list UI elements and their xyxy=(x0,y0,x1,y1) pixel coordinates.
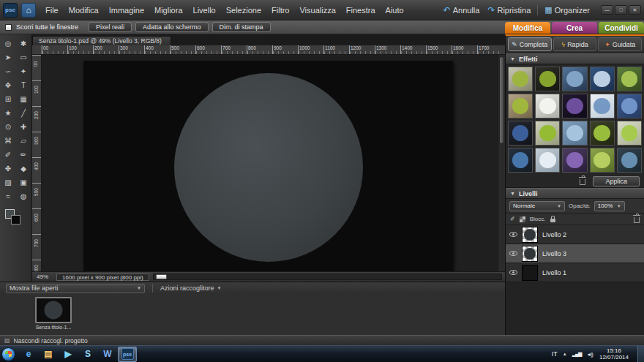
clone-stamp-tool[interactable]: ⌘ xyxy=(1,134,16,148)
lasso-tool[interactable]: ∽ xyxy=(1,64,16,78)
brush-tool[interactable]: ✐ xyxy=(1,148,16,162)
effect-thumbnail-3[interactable] xyxy=(562,67,587,91)
paint-bucket-tool[interactable]: ◆ xyxy=(16,162,31,176)
effect-thumbnail-13[interactable] xyxy=(562,121,587,146)
menu-item-livello[interactable]: Livello xyxy=(188,0,221,20)
cookie-cutter-tool[interactable]: ★ xyxy=(1,106,16,120)
undo-button[interactable]: ↶ Annulla xyxy=(441,5,483,15)
move-tool[interactable]: ➤ xyxy=(1,50,16,64)
gradient-tool[interactable]: ▨ xyxy=(1,176,16,189)
horizontal-scrollbar[interactable] xyxy=(153,274,502,280)
scroll-all-windows-checkbox[interactable] xyxy=(5,24,12,31)
vertical-scrollbar-thumb[interactable] xyxy=(499,56,504,144)
redo-button[interactable]: ↷ Ripristina xyxy=(484,5,533,15)
zoom-tool[interactable]: ◎ xyxy=(1,37,16,50)
red-eye-tool[interactable]: ⊙ xyxy=(1,120,16,134)
effect-thumbnail-1[interactable] xyxy=(508,67,533,91)
tab-modifica[interactable]: Modifica xyxy=(505,22,550,34)
pixel-reali-button[interactable]: Pixel reali xyxy=(89,22,132,32)
vertical-scrollbar[interactable] xyxy=(498,55,505,271)
layer-row-livello-3[interactable]: Livello 3 xyxy=(506,244,644,263)
visibility-toggle-icon[interactable] xyxy=(509,270,517,275)
layers-panel-header[interactable]: ▼ Livelli xyxy=(506,188,644,199)
taskbar-internet-explorer[interactable]: e xyxy=(19,347,38,362)
healing-brush-tool[interactable]: ✚ xyxy=(16,120,31,134)
layer-thumbnail[interactable] xyxy=(522,265,538,281)
layer-row-livello-1[interactable]: Livello 1 xyxy=(506,263,644,282)
restore-button[interactable]: □ xyxy=(615,5,627,15)
adatta-allo-schermo-button[interactable]: Adatta allo schermo xyxy=(135,22,209,32)
effect-thumbnail-16[interactable] xyxy=(508,148,533,173)
taskbar-windows-explorer[interactable]: ▤ xyxy=(39,347,58,362)
layer-thumbnail[interactable] xyxy=(522,227,538,243)
menu-item-selezione[interactable]: Selezione xyxy=(221,0,266,20)
effect-thumbnail-10[interactable] xyxy=(617,94,642,118)
canvas-document[interactable] xyxy=(83,61,453,271)
sponge-tool[interactable]: ◍ xyxy=(16,189,31,203)
effect-thumbnail-12[interactable] xyxy=(535,121,560,146)
menu-item-immagine[interactable]: Immagine xyxy=(104,0,149,20)
taskbar-clock[interactable]: 15:16 12/07/2014 xyxy=(598,347,630,361)
hide-project-bin-button[interactable]: Nascondi raccogl. progetto xyxy=(14,337,88,344)
start-button[interactable] xyxy=(1,347,15,361)
straighten-tool[interactable]: ╱ xyxy=(16,106,31,120)
layer-thumbnail[interactable] xyxy=(522,246,538,262)
bin-thumbnail[interactable] xyxy=(35,297,72,323)
zoom-level[interactable]: 49% xyxy=(35,274,53,280)
effect-thumbnail-7[interactable] xyxy=(535,94,560,118)
effect-thumbnail-15[interactable] xyxy=(617,121,642,146)
tab-crea[interactable]: Crea xyxy=(552,22,597,34)
show-desktop-button[interactable] xyxy=(637,346,644,362)
effect-thumbnail-11[interactable] xyxy=(508,121,533,146)
document-tab[interactable]: Senza titolo-1.psd @ 49% (Livello 3, RGB… xyxy=(32,36,171,45)
taskbar-word[interactable]: W xyxy=(98,347,117,362)
blend-mode-select[interactable]: Normale ▼ xyxy=(509,201,565,211)
lock-icon[interactable] xyxy=(550,219,555,222)
lock-transparency-icon[interactable] xyxy=(520,216,525,222)
bin-item[interactable]: Senza titolo-1... xyxy=(35,297,72,330)
menu-item-visualizza[interactable]: Visualizza xyxy=(294,0,340,20)
menu-item-migliora[interactable]: Migliora xyxy=(149,0,188,20)
delete-layer-icon[interactable] xyxy=(634,217,640,223)
visibility-toggle-icon[interactable] xyxy=(509,232,517,237)
tab-condividi[interactable]: Condividi xyxy=(599,22,644,34)
mode-button-rapida[interactable]: ϟRapida xyxy=(553,37,597,51)
language-indicator[interactable]: IT xyxy=(552,350,558,358)
volume-icon[interactable]: ◄)) xyxy=(586,352,593,357)
effects-panel-header[interactable]: ▼ Effetti xyxy=(506,53,644,64)
blur-tool[interactable]: ≈ xyxy=(1,189,16,203)
effect-thumbnail-8[interactable] xyxy=(562,94,587,118)
effect-thumbnail-19[interactable] xyxy=(590,148,615,173)
network-icon[interactable]: ▂▄▆ xyxy=(572,351,582,357)
effect-thumbnail-6[interactable] xyxy=(508,94,533,118)
taskbar-skype[interactable]: S xyxy=(78,347,97,362)
visibility-toggle-icon[interactable] xyxy=(509,251,517,256)
brush-icon[interactable]: ✐ xyxy=(510,216,515,222)
effect-thumbnail-20[interactable] xyxy=(617,148,642,173)
hand-tool[interactable]: ✱ xyxy=(16,37,31,50)
bin-actions-dropdown[interactable]: Azioni raccoglitore ▼ xyxy=(160,284,222,292)
canvas-viewport[interactable] xyxy=(42,55,498,271)
menu-item-finestra[interactable]: Finestra xyxy=(341,0,381,20)
type-tool[interactable]: T xyxy=(16,78,31,92)
apply-button[interactable]: Applica xyxy=(593,176,640,186)
effect-thumbnail-18[interactable] xyxy=(562,148,587,173)
crop-tool[interactable]: ⊞ xyxy=(1,92,16,106)
organizer-button[interactable]: ▦ Organizer xyxy=(542,5,593,15)
minimize-button[interactable]: — xyxy=(601,5,613,15)
hidden-icons-chevron[interactable]: ▲ xyxy=(563,352,567,356)
mode-button-completa[interactable]: ✎Completa xyxy=(508,37,552,51)
menu-item-file[interactable]: File xyxy=(40,0,64,20)
horizontal-scrollbar-thumb[interactable] xyxy=(156,274,167,279)
shape-tool[interactable]: ▣ xyxy=(16,176,31,189)
recompose-tool[interactable]: ▦ xyxy=(16,92,31,106)
background-color-swatch[interactable] xyxy=(11,215,20,225)
quick-selection-tool[interactable]: ✥ xyxy=(1,78,16,92)
menu-item-filtro[interactable]: Filtro xyxy=(266,0,294,20)
opacity-field[interactable]: 100% ▼ xyxy=(594,201,625,211)
open-files-dropdown[interactable]: Mostra file aperti ▼ xyxy=(6,284,145,293)
effect-thumbnail-4[interactable] xyxy=(590,67,615,91)
pencil-tool[interactable]: ✏ xyxy=(16,148,31,162)
effect-thumbnail-9[interactable] xyxy=(590,94,615,118)
taskbar-media-player[interactable]: ▶ xyxy=(59,347,78,362)
